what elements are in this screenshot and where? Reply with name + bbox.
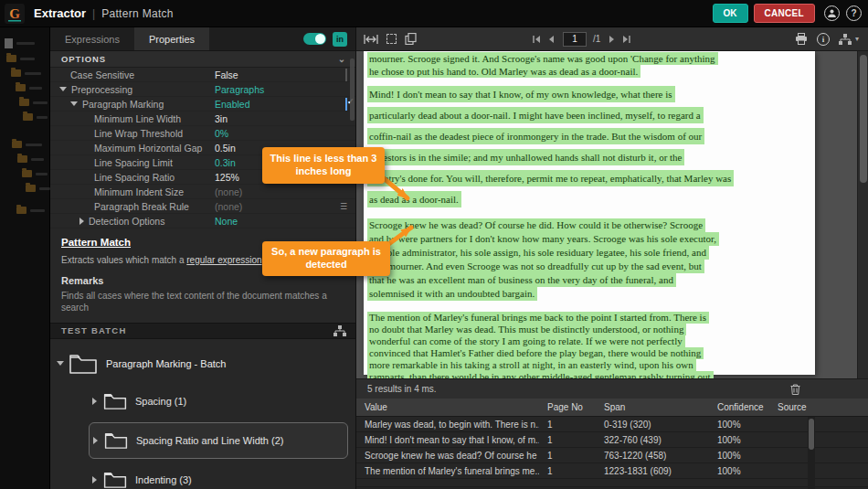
clear-results-icon[interactable]	[790, 384, 800, 395]
property-row-minimum-indent-size[interactable]: Minimum Indent Size (none)	[50, 185, 355, 199]
expand-arrow-icon[interactable]	[93, 437, 98, 444]
property-value[interactable]: Enabled	[215, 99, 250, 110]
column-header-span[interactable]: Span	[596, 402, 709, 412]
property-row-minimum-line-width[interactable]: Minimum Line Width 3in	[50, 112, 355, 126]
user-account-icon[interactable]	[824, 5, 840, 21]
column-header-confidence[interactable]: Confidence	[709, 402, 769, 412]
scrollbar-thumb[interactable]	[860, 55, 867, 183]
scrollbar-thumb[interactable]	[809, 419, 814, 450]
tree-node-spacing[interactable]: Spacing (1)	[89, 380, 355, 422]
results-table-scrollbar[interactable]	[808, 417, 815, 489]
marquee-select-icon[interactable]	[386, 34, 397, 44]
tree-node[interactable]	[11, 69, 41, 77]
collapse-arrow-icon[interactable]	[59, 87, 67, 91]
ok-button[interactable]: OK	[713, 4, 748, 23]
expand-arrow-icon[interactable]	[79, 218, 84, 225]
column-header-value[interactable]: Value	[356, 402, 539, 412]
fit-width-icon[interactable]	[364, 34, 378, 45]
app-logo-icon[interactable]: G	[4, 3, 26, 25]
result-row[interactable]: Marley was dead, to begin with. There is…	[356, 417, 868, 432]
property-row-preprocessing[interactable]: Preprocessing Paragraphs	[50, 82, 355, 97]
previous-page-icon[interactable]	[547, 35, 556, 44]
results-view-icon[interactable]	[839, 34, 852, 45]
result-row[interactable]: Scrooge knew he was dead? Of course he .…	[356, 448, 868, 463]
tab-expressions[interactable]: Expressions	[50, 27, 134, 50]
result-row[interactable]: The mention of Marley's funeral brings m…	[356, 463, 868, 479]
result-row-partial[interactable]	[356, 479, 868, 487]
tree-node-spacing-ratio-selected[interactable]: Spacing Ratio and Line Width (2)	[89, 422, 348, 459]
property-value[interactable]: None	[215, 216, 238, 227]
regular-expression-link[interactable]: regular expression	[186, 255, 261, 265]
batch-view-icon[interactable]	[333, 325, 346, 336]
page-number-input[interactable]: 1	[563, 32, 587, 47]
tree-node[interactable]	[12, 141, 42, 148]
column-header-source[interactable]: Source	[769, 402, 868, 412]
property-value[interactable]: 0.3in	[215, 157, 236, 168]
first-page-icon[interactable]	[532, 35, 541, 44]
cancel-button[interactable]: CANCEL	[754, 4, 815, 23]
property-value[interactable]: 0%	[215, 128, 228, 139]
highlighted-paragraph[interactable]: mourner. Scrooge signed it. And Scrooge'…	[367, 52, 811, 78]
folder-icon	[6, 55, 16, 62]
tree-node[interactable]	[23, 113, 48, 121]
expand-arrow-icon[interactable]	[92, 476, 97, 484]
property-row-detection-options[interactable]: Detection Options None	[50, 214, 355, 229]
in-badge[interactable]: in	[333, 32, 347, 47]
tree-node[interactable]	[26, 185, 50, 192]
document-viewport[interactable]: mourner. Scrooge signed it. And Scrooge'…	[356, 51, 857, 378]
property-row-line-wrap-threshold[interactable]: Line Wrap Threshold 0%	[50, 126, 355, 141]
folder-icon	[26, 185, 36, 192]
test-batch-tree: Paragraph Marking - Batch Spacing (1) Sp…	[50, 339, 355, 489]
property-value[interactable]: 3in	[215, 113, 228, 124]
tree-node-label	[31, 158, 44, 161]
next-page-icon[interactable]	[607, 35, 616, 44]
print-icon[interactable]	[795, 33, 808, 45]
collapse-arrow-icon[interactable]	[70, 101, 78, 106]
expand-arrow-icon[interactable]	[92, 398, 97, 405]
property-value[interactable]: 0.5in	[215, 143, 236, 154]
tab-properties[interactable]: Properties	[134, 27, 209, 50]
tree-node-indenting[interactable]: Indenting (3)	[89, 459, 355, 489]
callout-line-length: This line is less than 3 inches long	[262, 147, 385, 184]
property-row-paragraph-marking[interactable]: Paragraph Marking Enabled	[50, 97, 355, 112]
highlighted-paragraph[interactable]: The mention of Marley's funeral brings m…	[367, 312, 811, 378]
highlighted-paragraph[interactable]: Mind! I don't mean to say that I know, o…	[367, 84, 811, 210]
checkbox-checked[interactable]	[345, 98, 347, 111]
result-page: 1	[539, 466, 596, 476]
property-row-case-sensitive[interactable]: Case Sensitive False	[50, 68, 355, 82]
property-value[interactable]: (none)	[215, 201, 242, 212]
last-page-icon[interactable]	[622, 35, 631, 44]
info-icon[interactable]: i	[817, 33, 830, 46]
panel-tab-bar: Expressions Properties in	[50, 27, 355, 51]
pages-icon[interactable]	[405, 33, 417, 45]
column-header-page-no[interactable]: Page No	[539, 402, 596, 412]
menu-icon[interactable]: ☰	[340, 202, 347, 211]
property-value[interactable]: False	[215, 69, 238, 80]
collapse-arrow-icon[interactable]	[57, 361, 64, 366]
property-row-paragraph-break-rule[interactable]: Paragraph Break Rule (none) ☰	[50, 199, 355, 214]
tree-node[interactable]	[6, 55, 35, 62]
node-tree-sidebar[interactable]	[0, 27, 50, 489]
options-section-header[interactable]: OPTIONS ⌄	[50, 51, 355, 68]
tree-node[interactable]	[5, 38, 35, 48]
property-value[interactable]: Paragraphs	[215, 84, 264, 95]
tree-node[interactable]	[16, 207, 45, 214]
dropdown-arrow-icon[interactable]: ▾	[855, 35, 859, 43]
tree-node[interactable]	[19, 99, 48, 106]
result-row[interactable]: Mind! I don't mean to say that I know, o…	[356, 432, 868, 448]
property-value[interactable]: 125%	[215, 172, 239, 183]
chevron-down-icon[interactable]: ⌄	[338, 55, 346, 64]
tree-node-batch-root[interactable]: Paragraph Marking - Batch	[50, 347, 355, 380]
tree-node[interactable]	[22, 170, 48, 177]
tree-node[interactable]	[17, 155, 44, 163]
property-value[interactable]: (none)	[215, 186, 242, 197]
document-scrollbar[interactable]	[857, 51, 868, 378]
document-line: as dead as a door-nail.	[367, 191, 461, 207]
checkbox-unchecked[interactable]	[345, 69, 347, 81]
help-icon[interactable]: ?	[846, 5, 862, 21]
tree-node[interactable]	[16, 84, 42, 91]
diagnostics-toggle[interactable]	[303, 33, 326, 45]
page-navigation: 1 /1	[532, 32, 631, 47]
panel-scrollbar-thumb[interactable]	[350, 58, 355, 121]
highlighted-paragraph[interactable]: Scrooge knew he was dead? Of course he d…	[367, 218, 811, 301]
